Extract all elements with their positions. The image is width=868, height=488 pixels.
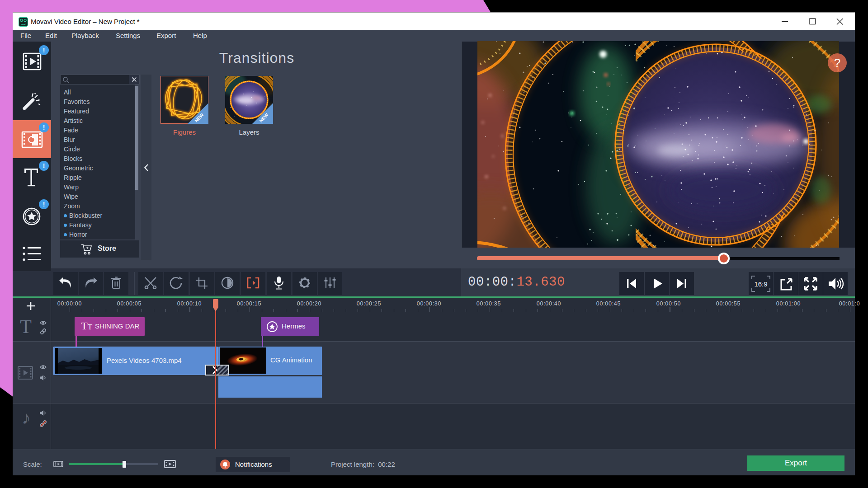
svg-text:16:9: 16:9 (754, 280, 767, 288)
